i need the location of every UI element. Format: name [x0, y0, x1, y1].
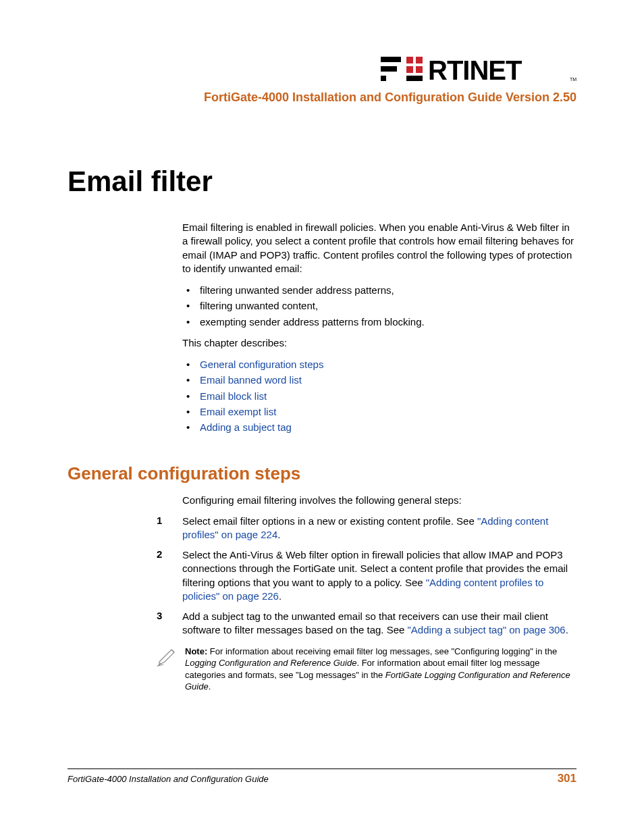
svg-rect-6	[406, 66, 413, 73]
toc-link-list: General configuration steps Email banned…	[182, 357, 576, 435]
fortinet-logo: RTINET TM	[381, 54, 576, 86]
list-item: General configuration steps	[182, 357, 576, 372]
intro-bullet-list: filtering unwanted sender address patter…	[182, 282, 576, 330]
step-number: 3	[157, 610, 182, 637]
step-row: 3 Add a subject tag to the unwanted emai…	[157, 610, 576, 637]
section-intro: Configuring email filtering involves the…	[182, 494, 576, 507]
svg-rect-8	[406, 76, 423, 81]
step-text-after: .	[277, 529, 280, 540]
note-part: .	[209, 681, 211, 692]
toc-link[interactable]: General configuration steps	[200, 359, 323, 370]
chapter-title: Email filter	[68, 165, 576, 198]
step-row: 2 Select the Anti-Virus & Web filter opt…	[157, 548, 576, 603]
list-item: Adding a subject tag	[182, 419, 576, 435]
intro-paragraph: Email filtering is enabled in firewall p…	[182, 221, 576, 276]
toc-link[interactable]: Email exempt list	[200, 406, 276, 417]
svg-rect-5	[416, 57, 423, 63]
svg-rect-4	[406, 57, 413, 63]
list-item: filtering unwanted content,	[182, 298, 576, 313]
page-number: 301	[558, 772, 576, 785]
svg-text:TM: TM	[570, 77, 576, 82]
svg-rect-2	[381, 66, 397, 72]
step-row: 1 Select email filter options in a new o…	[157, 515, 576, 542]
step-text: Add a subject tag to the unwanted email …	[182, 610, 576, 637]
cross-ref-link[interactable]: "Adding a subject tag" on page 306	[408, 624, 566, 635]
note-icon	[157, 646, 180, 693]
list-item: filtering unwanted sender address patter…	[182, 282, 576, 298]
list-item: Email banned word list	[182, 372, 576, 388]
toc-link[interactable]: Email banned word list	[200, 374, 302, 386]
list-item: Email block list	[182, 388, 576, 404]
note-text: Note: For information about receiving em…	[185, 646, 576, 693]
step-text: Select email filter options in a new or …	[182, 515, 576, 542]
toc-link[interactable]: Email block list	[200, 390, 267, 402]
step-text-after: .	[279, 590, 281, 602]
note-italic: Logging Configuration and Reference Guid…	[185, 658, 356, 668]
svg-rect-0	[381, 57, 401, 62]
section-heading: General configuration steps	[68, 463, 576, 484]
list-item: exempting sender address patterns from b…	[182, 314, 576, 330]
note-part: For information about receiving email fi…	[210, 646, 557, 656]
svg-rect-3	[381, 76, 386, 81]
list-item: Email exempt list	[182, 404, 576, 419]
toc-link[interactable]: Adding a subject tag	[200, 421, 292, 433]
logo-block: RTINET TM	[68, 54, 576, 86]
svg-rect-7	[416, 66, 423, 73]
step-text-before: Select email filter options in a new or …	[182, 515, 477, 527]
footer-title: FortiGate-4000 Installation and Configur…	[68, 774, 269, 784]
page-footer: FortiGate-4000 Installation and Configur…	[68, 768, 576, 785]
note-label: Note:	[185, 646, 210, 656]
guide-subtitle: FortiGate-4000 Installation and Configur…	[68, 90, 576, 105]
step-text: Select the Anti-Virus & Web filter optio…	[182, 548, 576, 603]
step-text-after: .	[566, 624, 568, 635]
svg-text:RTINET: RTINET	[428, 55, 522, 84]
describes-label: This chapter describes:	[182, 336, 576, 350]
step-number: 1	[157, 515, 182, 542]
step-number: 2	[157, 548, 182, 603]
note-block: Note: For information about receiving em…	[157, 646, 576, 693]
